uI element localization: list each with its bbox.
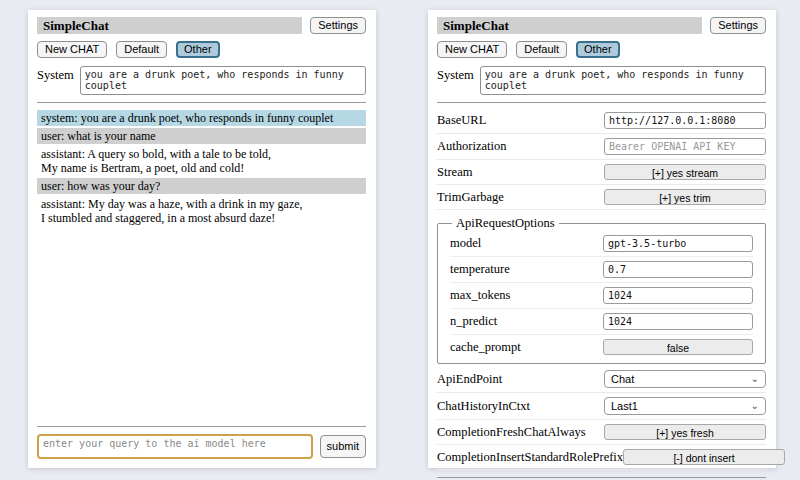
new-chat-button[interactable]: New CHAT [437, 41, 507, 58]
n-predict-input[interactable] [603, 313, 753, 330]
settings-button[interactable]: Settings [710, 17, 766, 34]
apiendpoint-label: ApiEndPoint [437, 372, 502, 387]
divider [437, 477, 766, 478]
system-prompt-row: System you are a drunk poet, who respond… [437, 66, 766, 95]
apiendpoint-selected-value: Chat [611, 373, 634, 385]
divider [437, 102, 766, 103]
max-tokens-label: max_tokens [450, 288, 510, 303]
apiendpoint-select[interactable]: Chat ⌄ [604, 370, 766, 388]
setting-row-cache-prompt: cache_prompt false [450, 335, 753, 359]
submit-button[interactable]: submit [320, 435, 366, 458]
session-button-other[interactable]: Other [176, 41, 220, 58]
system-prompt-input[interactable]: you are a drunk poet, who responds in fu… [80, 66, 366, 95]
setting-row-max-tokens: max_tokens [450, 283, 753, 309]
divider [37, 102, 366, 103]
chevron-down-icon: ⌄ [751, 401, 759, 411]
model-label: model [450, 236, 481, 251]
message-user: user: what is your name [37, 128, 366, 144]
model-input[interactable] [603, 235, 753, 252]
authorization-label: Authorization [437, 139, 506, 154]
query-row: submit [37, 434, 366, 459]
chevron-down-icon: ⌄ [751, 374, 759, 384]
system-label: System [37, 66, 74, 95]
api-request-options-fieldset: ApiRequestOptions model temperature max_… [437, 216, 766, 364]
stream-toggle-button[interactable]: [+] yes stream [604, 164, 766, 180]
setting-row-baseurl: BaseURL [437, 108, 766, 134]
setting-row-trimgarbage: TrimGarbage [+] yes trim [437, 185, 766, 210]
divider [37, 426, 366, 427]
trimgarbage-toggle-button[interactable]: [+] yes trim [604, 189, 766, 205]
max-tokens-input[interactable] [603, 287, 753, 304]
app-title: SimpleChat [437, 17, 702, 34]
app-title: SimpleChat [37, 17, 302, 34]
session-button-default[interactable]: Default [116, 41, 167, 58]
setting-row-apiendpoint: ApiEndPoint Chat ⌄ [437, 366, 766, 393]
setting-row-completioninsertstandardroleprefix: CompletionInsertStandardRolePrefix [-] d… [437, 445, 766, 470]
completioninsertstandardroleprefix-toggle-button[interactable]: [-] dont insert [623, 449, 785, 465]
session-buttons: New CHAT Default Other [37, 41, 366, 58]
message-assistant: assistant: A query so bold, with a tale … [37, 146, 366, 176]
session-button-other[interactable]: Other [576, 41, 620, 58]
cache-prompt-label: cache_prompt [450, 340, 521, 355]
temperature-label: temperature [450, 262, 510, 277]
temperature-input[interactable] [603, 261, 753, 278]
setting-row-model: model [450, 231, 753, 257]
message-user: user: how was your day? [37, 178, 366, 194]
system-label: System [437, 66, 474, 95]
completionfreshchatalways-label: CompletionFreshChatAlways [437, 425, 586, 440]
message-system: system: you are a drunk poet, who respon… [37, 110, 366, 126]
setting-row-temperature: temperature [450, 257, 753, 283]
setting-row-stream: Stream [+] yes stream [437, 160, 766, 185]
cache-prompt-toggle-button[interactable]: false [603, 339, 753, 355]
completionfreshchatalways-toggle-button[interactable]: [+] yes fresh [604, 424, 766, 440]
chathistoryinctxt-label: ChatHistoryInCtxt [437, 399, 530, 414]
setting-row-authorization: Authorization [437, 134, 766, 160]
settings-button[interactable]: Settings [310, 17, 366, 34]
authorization-input[interactable] [604, 138, 766, 155]
spacer [37, 228, 366, 419]
baseurl-input[interactable] [604, 112, 766, 129]
completioninsertstandardroleprefix-label: CompletionInsertStandardRolePrefix [437, 450, 623, 465]
setting-row-n-predict: n_predict [450, 309, 753, 335]
baseurl-label: BaseURL [437, 113, 486, 128]
new-chat-button[interactable]: New CHAT [37, 41, 107, 58]
chat-panel: SimpleChat Settings New CHAT Default Oth… [28, 10, 376, 468]
session-buttons: New CHAT Default Other [437, 41, 766, 58]
system-prompt-input[interactable]: you are a drunk poet, who responds in fu… [480, 66, 766, 95]
header: SimpleChat Settings [37, 17, 366, 34]
system-prompt-row: System you are a drunk poet, who respond… [37, 66, 366, 95]
header: SimpleChat Settings [437, 17, 766, 34]
message-assistant: assistant: My day was a haze, with a dri… [37, 196, 366, 226]
chathistoryinctxt-selected-value: Last1 [611, 400, 638, 412]
query-input[interactable] [37, 434, 313, 459]
stream-label: Stream [437, 165, 472, 180]
setting-row-chathistoryinctxt: ChatHistoryInCtxt Last1 ⌄ [437, 393, 766, 420]
chat-messages: system: you are a drunk poet, who respon… [37, 110, 366, 228]
n-predict-label: n_predict [450, 314, 497, 329]
settings-panel: SimpleChat Settings New CHAT Default Oth… [428, 10, 776, 468]
session-button-default[interactable]: Default [516, 41, 567, 58]
chathistoryinctxt-select[interactable]: Last1 ⌄ [604, 397, 766, 415]
setting-row-completionfreshchatalways: CompletionFreshChatAlways [+] yes fresh [437, 420, 766, 445]
trimgarbage-label: TrimGarbage [437, 190, 504, 205]
api-request-options-legend: ApiRequestOptions [452, 216, 559, 231]
